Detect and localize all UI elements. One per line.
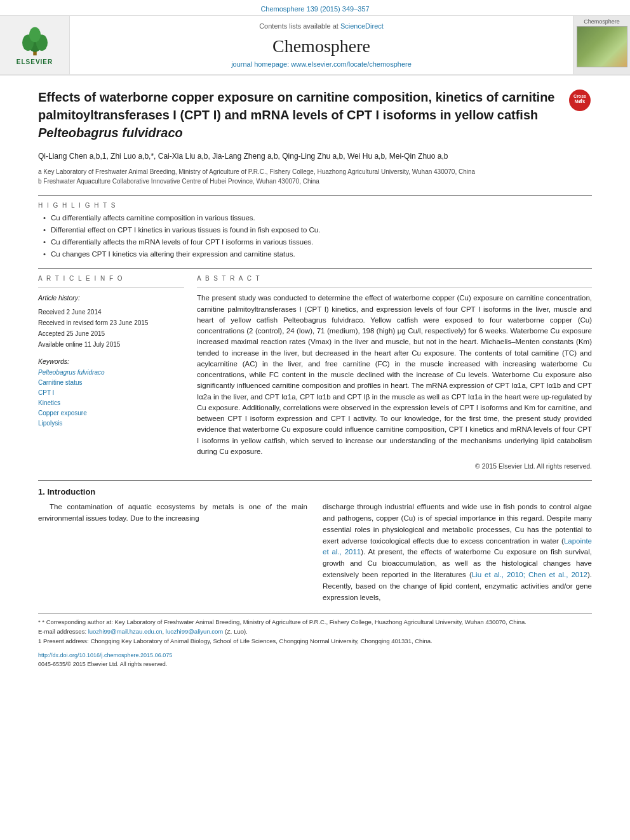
doi-link[interactable]: http://dx.doi.org/10.1016/j.chemosphere.… (38, 652, 172, 658)
article-info-col: A R T I C L E I N F O Article history: R… (38, 275, 184, 470)
affiliations-block: a Key Laboratory of Freshwater Animal Br… (38, 167, 592, 186)
crossmark-svg: ✓ Cross Mark (569, 90, 591, 111)
intro-left-text: The contamination of aquatic ecosystems … (38, 502, 307, 524)
keyword-5[interactable]: Copper exposure (38, 408, 184, 418)
article-info-label: A R T I C L E I N F O (38, 275, 184, 282)
intro-right-col: discharge through industrial effluents a… (323, 502, 592, 603)
corresponding-note: * * Corresponding author at: Key Laborat… (38, 618, 592, 627)
info-divider1 (38, 287, 184, 288)
keyword-4[interactable]: Kinetics (38, 398, 184, 408)
elsevier-tree-icon (16, 25, 54, 57)
svg-text:Mark: Mark (575, 99, 585, 103)
svg-point-4 (29, 27, 40, 42)
highlight-item-2: Differential effect on CPT I kinetics in… (41, 225, 592, 235)
highlights-list: Cu differentially affects carnitine comp… (38, 213, 592, 259)
elsevier-brand-text: ELSEVIER (17, 58, 53, 65)
crossmark-icon: ✓ Cross Mark (569, 90, 591, 111)
keywords-title: Keywords: (38, 356, 184, 368)
journal-cover-image (577, 26, 627, 67)
abstract-divider (197, 287, 592, 288)
authors-text: Qi-Liang Chen a,b,1, Zhi Luo a,b,*, Cai-… (38, 152, 448, 161)
journal-citation: Chemosphere 139 (2015) 349–357 (260, 5, 369, 13)
highlights-section: H I G H L I G H T S Cu differentially af… (38, 202, 592, 259)
keyword-3[interactable]: CPT I (38, 388, 184, 398)
bottom-bar: http://dx.doi.org/10.1016/j.chemosphere.… (38, 651, 592, 669)
abstract-copyright: © 2015 Elsevier Ltd. All rights reserved… (197, 462, 592, 470)
article-title: Effects of waterborne copper exposure on… (38, 88, 560, 142)
corresponding-text: * Corresponding author at: Key Laborator… (42, 618, 526, 625)
article-history: Article history: Received 2 June 2014 Re… (38, 293, 184, 350)
journal-homepage: journal homepage: www.elsevier.com/locat… (231, 60, 412, 68)
svg-text:Cross: Cross (573, 94, 586, 98)
intro-top-divider (38, 480, 592, 481)
received-date: Received 2 June 2014 (38, 307, 184, 317)
email-note: E-mail addresses: luozhi99@mail.hzau.edu… (38, 627, 592, 637)
authors-line: Qi-Liang Chen a,b,1, Zhi Luo a,b,*, Cai-… (38, 150, 592, 162)
highlight-item-1: Cu differentially affects carnitine comp… (41, 213, 592, 223)
info-abstract-section: A R T I C L E I N F O Article history: R… (38, 275, 592, 470)
received-revised-date: Received in revised form 23 June 2015 (38, 317, 184, 328)
available-date: Available online 11 July 2015 (38, 339, 184, 350)
present-address-note: 1 Present address: Chongqing Key Laborat… (38, 637, 592, 646)
ref-lapointe[interactable]: Lapointe et al., 2011 (323, 537, 592, 556)
main-content: Effects of waterborne copper exposure on… (0, 76, 630, 681)
article-title-italic: Pelteobagrus fulvidraco (38, 126, 183, 140)
keywords-section: Keywords: Pelteobagrus fulvidraco Carnit… (38, 356, 184, 429)
highlights-divider (38, 268, 592, 269)
intro-left-col: The contamination of aquatic ecosystems … (38, 502, 307, 603)
highlights-label: H I G H L I G H T S (38, 202, 592, 209)
footnotes-area: * * Corresponding author at: Key Laborat… (38, 613, 592, 669)
top-divider (38, 195, 592, 196)
elsevier-logo: ELSEVIER (16, 25, 54, 65)
abstract-text: The present study was conducted to deter… (197, 293, 592, 457)
email-link-1[interactable]: luozhi99@mail.hzau.edu.cn (88, 628, 163, 635)
history-title: Article history: (38, 293, 184, 304)
introduction-section: 1. Introduction The contamination of aqu… (38, 487, 592, 603)
journal-header: ELSEVIER Contents lists available at Sci… (0, 16, 630, 76)
abstract-col: A B S T R A C T The present study was co… (197, 275, 592, 470)
email-suffix: (Z. Luo). (225, 628, 248, 635)
issn-text: 0045-6535/© 2015 Elsevier Ltd. All right… (38, 661, 167, 667)
thumb-label: Chemosphere (584, 18, 620, 25)
article-title-text: Effects of waterborne copper exposure on… (38, 90, 555, 122)
ref-liu-2010[interactable]: Liu et al., 2010; Chen et al., 2012 (472, 571, 587, 578)
intro-section-title: 1. Introduction (38, 487, 592, 497)
intro-right-text: discharge through industrial effluents a… (323, 502, 592, 603)
page: Chemosphere 139 (2015) 349–357 ELSEVIER … (0, 0, 630, 840)
keyword-6[interactable]: Lipolysis (38, 418, 184, 429)
abstract-label: A B S T R A C T (197, 275, 592, 282)
sciencedirect-link[interactable]: Contents lists available at ScienceDirec… (259, 22, 384, 30)
intro-two-col: The contamination of aquatic ecosystems … (38, 502, 592, 603)
highlight-item-4: Cu changes CPT I kinetics via altering t… (41, 249, 592, 259)
journal-citation-bar: Chemosphere 139 (2015) 349–357 (0, 0, 630, 16)
email-link-2[interactable]: luozhi99@aliyun.com (166, 628, 223, 635)
email-label: E-mail addresses: (38, 628, 86, 635)
journal-thumbnail: Chemosphere (573, 16, 630, 74)
affiliation-b: b Freshwater Aquaculture Collaborative I… (38, 177, 592, 186)
contents-label: Contents lists available at (259, 22, 338, 30)
accepted-date: Accepted 25 June 2015 (38, 328, 184, 339)
journal-title: Chemosphere (272, 36, 370, 57)
journal-header-center: Contents lists available at ScienceDirec… (70, 16, 573, 74)
article-title-section: Effects of waterborne copper exposure on… (38, 88, 592, 142)
keyword-2[interactable]: Carnitine status (38, 378, 184, 388)
keyword-1[interactable]: Pelteobagrus fulvidraco (38, 368, 184, 378)
sciencedirect-text: ScienceDirect (340, 22, 384, 30)
elsevier-logo-area: ELSEVIER (0, 16, 70, 74)
crossmark-badge[interactable]: ✓ Cross Mark (568, 88, 592, 112)
affiliation-a: a Key Laboratory of Freshwater Animal Br… (38, 167, 592, 177)
highlight-item-3: Cu differentially affects the mRNA level… (41, 237, 592, 247)
